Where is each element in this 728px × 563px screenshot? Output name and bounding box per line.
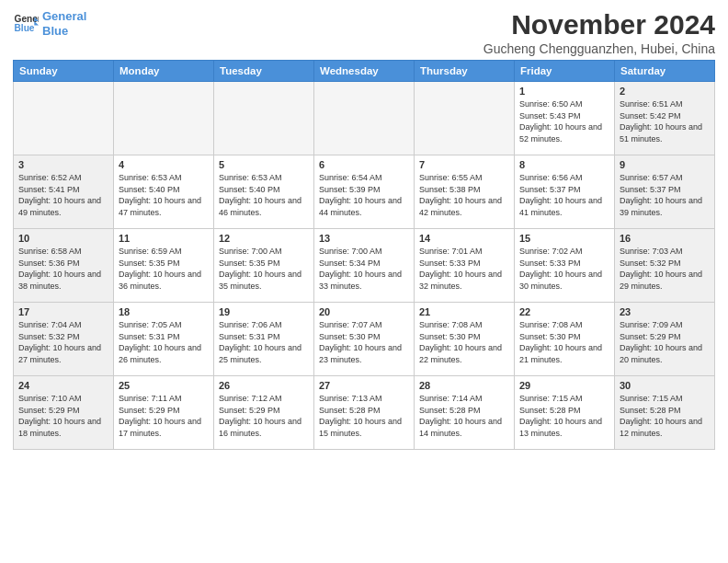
day-number: 15 (519, 233, 609, 244)
weekday-header-tuesday: Tuesday (214, 61, 314, 82)
day-cell: 19Sunrise: 7:06 AMSunset: 5:31 PMDayligh… (214, 303, 314, 376)
day-info: Sunrise: 6:56 AMSunset: 5:37 PMDaylight:… (519, 172, 609, 218)
day-info: Sunrise: 7:05 AMSunset: 5:31 PMDaylight:… (119, 319, 209, 365)
day-info: Sunrise: 7:14 AMSunset: 5:28 PMDaylight:… (419, 393, 509, 439)
day-number: 26 (219, 380, 309, 391)
day-number: 16 (620, 233, 710, 244)
calendar-table: SundayMondayTuesdayWednesdayThursdayFrid… (13, 60, 715, 450)
day-cell: 20Sunrise: 7:07 AMSunset: 5:30 PMDayligh… (314, 303, 415, 376)
day-cell (415, 82, 515, 155)
day-cell: 16Sunrise: 7:03 AMSunset: 5:32 PMDayligh… (615, 229, 715, 303)
weekday-header-wednesday: Wednesday (314, 61, 415, 82)
calendar-page: General Blue General Blue November 2024 … (0, 0, 728, 563)
day-cell: 10Sunrise: 6:58 AMSunset: 5:36 PMDayligh… (14, 229, 114, 303)
day-cell: 1Sunrise: 6:50 AMSunset: 5:43 PMDaylight… (515, 82, 615, 155)
day-info: Sunrise: 7:02 AMSunset: 5:33 PMDaylight:… (519, 246, 609, 292)
weekday-header-saturday: Saturday (615, 61, 715, 82)
day-cell: 17Sunrise: 7:04 AMSunset: 5:32 PMDayligh… (14, 303, 114, 376)
day-info: Sunrise: 6:53 AMSunset: 5:40 PMDaylight:… (119, 172, 209, 218)
weekday-header-row: SundayMondayTuesdayWednesdayThursdayFrid… (14, 61, 715, 82)
day-number: 20 (319, 306, 409, 317)
day-cell: 12Sunrise: 7:00 AMSunset: 5:35 PMDayligh… (214, 229, 314, 303)
day-number: 11 (119, 233, 209, 244)
week-row-3: 10Sunrise: 6:58 AMSunset: 5:36 PMDayligh… (14, 229, 715, 303)
week-row-1: 1Sunrise: 6:50 AMSunset: 5:43 PMDaylight… (14, 82, 715, 155)
day-number: 25 (119, 380, 209, 391)
week-row-5: 24Sunrise: 7:10 AMSunset: 5:29 PMDayligh… (14, 376, 715, 450)
day-cell: 13Sunrise: 7:00 AMSunset: 5:34 PMDayligh… (314, 229, 415, 303)
day-cell: 3Sunrise: 6:52 AMSunset: 5:41 PMDaylight… (14, 155, 114, 229)
day-cell: 23Sunrise: 7:09 AMSunset: 5:29 PMDayligh… (615, 303, 715, 376)
day-number: 29 (519, 380, 609, 391)
day-number: 10 (18, 233, 108, 244)
svg-text:Blue: Blue (15, 22, 35, 32)
day-number: 19 (219, 306, 309, 317)
weekday-header-friday: Friday (515, 61, 615, 82)
day-cell: 29Sunrise: 7:15 AMSunset: 5:28 PMDayligh… (515, 376, 615, 450)
day-cell: 27Sunrise: 7:13 AMSunset: 5:28 PMDayligh… (314, 376, 415, 450)
day-cell: 8Sunrise: 6:56 AMSunset: 5:37 PMDaylight… (515, 155, 615, 229)
day-info: Sunrise: 6:51 AMSunset: 5:42 PMDaylight:… (620, 98, 710, 144)
day-info: Sunrise: 7:10 AMSunset: 5:29 PMDaylight:… (18, 393, 108, 439)
day-number: 6 (319, 159, 409, 170)
day-cell: 5Sunrise: 6:53 AMSunset: 5:40 PMDaylight… (214, 155, 314, 229)
weekday-header-monday: Monday (114, 61, 214, 82)
day-info: Sunrise: 6:52 AMSunset: 5:41 PMDaylight:… (18, 172, 108, 218)
day-number: 2 (620, 86, 710, 97)
day-cell: 24Sunrise: 7:10 AMSunset: 5:29 PMDayligh… (14, 376, 114, 450)
day-info: Sunrise: 7:00 AMSunset: 5:34 PMDaylight:… (319, 246, 409, 292)
day-cell: 11Sunrise: 6:59 AMSunset: 5:35 PMDayligh… (114, 229, 214, 303)
day-info: Sunrise: 7:12 AMSunset: 5:29 PMDaylight:… (219, 393, 309, 439)
day-info: Sunrise: 7:06 AMSunset: 5:31 PMDaylight:… (219, 319, 309, 365)
day-number: 12 (219, 233, 309, 244)
day-number: 27 (319, 380, 409, 391)
day-info: Sunrise: 6:54 AMSunset: 5:39 PMDaylight:… (319, 172, 409, 218)
day-info: Sunrise: 7:15 AMSunset: 5:28 PMDaylight:… (620, 393, 710, 439)
day-info: Sunrise: 7:03 AMSunset: 5:32 PMDaylight:… (620, 246, 710, 292)
day-number: 3 (18, 159, 108, 170)
day-info: Sunrise: 7:13 AMSunset: 5:28 PMDaylight:… (319, 393, 409, 439)
month-title: November 2024 (483, 9, 715, 40)
week-row-2: 3Sunrise: 6:52 AMSunset: 5:41 PMDaylight… (14, 155, 715, 229)
day-info: Sunrise: 7:08 AMSunset: 5:30 PMDaylight:… (419, 319, 509, 365)
day-info: Sunrise: 6:50 AMSunset: 5:43 PMDaylight:… (519, 98, 609, 144)
day-number: 23 (620, 306, 710, 317)
day-info: Sunrise: 7:04 AMSunset: 5:32 PMDaylight:… (18, 319, 108, 365)
day-info: Sunrise: 7:07 AMSunset: 5:30 PMDaylight:… (319, 319, 409, 365)
header: General Blue General Blue November 2024 … (13, 9, 715, 56)
day-number: 17 (18, 306, 108, 317)
day-number: 30 (620, 380, 710, 391)
day-number: 5 (219, 159, 309, 170)
day-number: 24 (18, 380, 108, 391)
day-cell: 9Sunrise: 6:57 AMSunset: 5:37 PMDaylight… (615, 155, 715, 229)
weekday-header-thursday: Thursday (415, 61, 515, 82)
day-number: 4 (119, 159, 209, 170)
day-number: 21 (419, 306, 509, 317)
day-info: Sunrise: 7:15 AMSunset: 5:28 PMDaylight:… (519, 393, 609, 439)
location: Gucheng Chengguanzhen, Hubei, China (483, 41, 715, 56)
day-cell: 4Sunrise: 6:53 AMSunset: 5:40 PMDaylight… (114, 155, 214, 229)
day-info: Sunrise: 6:58 AMSunset: 5:36 PMDaylight:… (18, 246, 108, 292)
day-cell: 6Sunrise: 6:54 AMSunset: 5:39 PMDaylight… (314, 155, 415, 229)
day-number: 18 (119, 306, 209, 317)
day-cell: 18Sunrise: 7:05 AMSunset: 5:31 PMDayligh… (114, 303, 214, 376)
week-row-4: 17Sunrise: 7:04 AMSunset: 5:32 PMDayligh… (14, 303, 715, 376)
day-cell: 28Sunrise: 7:14 AMSunset: 5:28 PMDayligh… (415, 376, 515, 450)
day-cell (314, 82, 415, 155)
day-cell: 21Sunrise: 7:08 AMSunset: 5:30 PMDayligh… (415, 303, 515, 376)
day-info: Sunrise: 6:55 AMSunset: 5:38 PMDaylight:… (419, 172, 509, 218)
day-cell: 7Sunrise: 6:55 AMSunset: 5:38 PMDaylight… (415, 155, 515, 229)
day-info: Sunrise: 6:57 AMSunset: 5:37 PMDaylight:… (620, 172, 710, 218)
day-number: 8 (519, 159, 609, 170)
day-cell (214, 82, 314, 155)
title-block: November 2024 Gucheng Chengguanzhen, Hub… (483, 9, 715, 56)
day-info: Sunrise: 7:11 AMSunset: 5:29 PMDaylight:… (119, 393, 209, 439)
day-number: 9 (620, 159, 710, 170)
day-cell: 25Sunrise: 7:11 AMSunset: 5:29 PMDayligh… (114, 376, 214, 450)
day-cell (114, 82, 214, 155)
day-info: Sunrise: 7:08 AMSunset: 5:30 PMDaylight:… (519, 319, 609, 365)
day-number: 7 (419, 159, 509, 170)
day-cell: 14Sunrise: 7:01 AMSunset: 5:33 PMDayligh… (415, 229, 515, 303)
day-info: Sunrise: 7:01 AMSunset: 5:33 PMDaylight:… (419, 246, 509, 292)
day-cell (14, 82, 114, 155)
